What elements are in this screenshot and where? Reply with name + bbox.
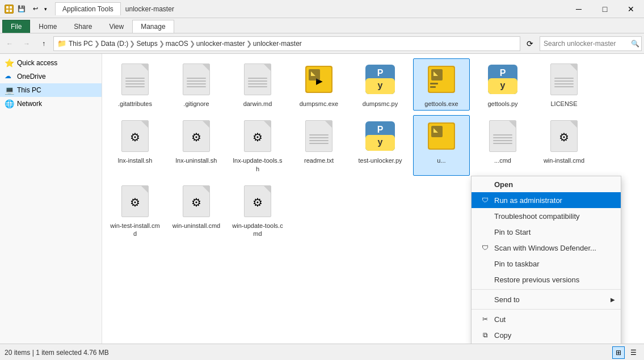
refresh-button[interactable]: ⟳ xyxy=(523,36,537,51)
sidebar-item-quick-access[interactable]: ⭐ Quick access xyxy=(0,56,102,70)
sidebar: ⭐ Quick access ☁ OneDrive 💻 This PC 🌐 Ne… xyxy=(0,54,102,344)
file-gitignore[interactable]: .gitignore xyxy=(168,58,225,111)
save-qat-icon[interactable]: 💾 xyxy=(16,3,27,15)
file-test-unlocker-py[interactable]: P y test-unlocker.py xyxy=(352,115,409,176)
search-input[interactable] xyxy=(544,40,629,48)
ctx-cut[interactable]: ✂ Cut xyxy=(472,311,621,327)
file-name: readme.txt xyxy=(304,156,334,164)
file-name: test-unlocker.py xyxy=(358,156,402,164)
file-name: win-test-install.cmd xyxy=(110,222,161,238)
ctx-sep-1 xyxy=(472,289,621,290)
svg-rect-18 xyxy=(430,86,436,88)
file-partial-cmd[interactable]: ...cmd xyxy=(474,115,531,176)
undo-qat-icon[interactable]: ↩ xyxy=(30,3,41,15)
ctx-restore-versions[interactable]: Restore previous versions xyxy=(472,272,621,287)
status-info: 20 items | 1 item selected 4.76 MB xyxy=(5,349,109,357)
file-dumpsmc-py[interactable]: P y dumpsmc.py xyxy=(352,58,409,111)
window-title: unlocker-master xyxy=(125,5,174,13)
ctx-run-admin[interactable]: 🛡 Run as administrator xyxy=(472,192,621,208)
file-license[interactable]: LICENSE xyxy=(536,58,592,111)
settings-icon: ⚙ xyxy=(183,185,210,217)
pc-icon: 💻 xyxy=(5,86,14,95)
doc-icon xyxy=(489,120,516,152)
app-icon xyxy=(5,5,14,14)
path-data-d[interactable]: Data (D:) xyxy=(101,40,129,48)
status-bar: 20 items | 1 item selected 4.76 MB ⊞ ☰ xyxy=(0,344,644,360)
ctx-copy[interactable]: ⧉ Copy xyxy=(472,327,621,343)
up-button[interactable]: ↑ xyxy=(36,36,51,51)
svg-rect-1 xyxy=(10,6,12,9)
file-lnx-uninstall[interactable]: ⚙ lnx-uninstall.sh xyxy=(168,115,225,176)
file-lnx-install[interactable]: ⚙ lnx-install.sh xyxy=(107,115,163,176)
ctx-pin-taskbar[interactable]: Pin to taskbar xyxy=(472,256,621,272)
file-name: ...cmd xyxy=(494,156,511,164)
file-readme[interactable]: readme.txt xyxy=(291,115,347,176)
sidebar-item-this-pc[interactable]: 💻 This PC xyxy=(0,83,102,97)
tab-file[interactable]: File xyxy=(2,20,30,33)
search-box[interactable]: 🔍 xyxy=(540,36,642,51)
context-menu: Open 🛡 Run as administrator Troubleshoot… xyxy=(471,176,621,344)
grid-view-button[interactable]: ⊞ xyxy=(612,346,625,359)
exe-icon xyxy=(426,63,457,95)
file-dumpsmc-exe[interactable]: ▶ dumpsmc.exe xyxy=(291,58,347,111)
sidebar-item-network[interactable]: 🌐 Network xyxy=(0,97,102,111)
sidebar-label-onedrive: OneDrive xyxy=(17,73,46,81)
path-unlocker-1[interactable]: unlocker-master xyxy=(196,40,245,48)
address-path[interactable]: 📁 This PC ❯ Data (D:) ❯ Setups ❯ macOS ❯… xyxy=(53,36,520,51)
file-name: darwin.md xyxy=(243,100,272,108)
ctx-send-to[interactable]: Send to ▶ xyxy=(472,291,621,307)
file-win-install[interactable]: ⚙ win-install.cmd xyxy=(536,115,592,176)
file-gitattributes[interactable]: .gitattributes xyxy=(107,58,163,111)
ribbon-tabs: File Home Share View Manage xyxy=(0,18,644,33)
ctx-open[interactable]: Open xyxy=(472,176,621,192)
title-bar: 💾 ↩ ▾ Application Tools unlocker-master … xyxy=(0,0,644,18)
app-tools-tab: Application Tools xyxy=(55,2,121,15)
settings-icon: ⚙ xyxy=(550,120,578,152)
file-darwin-md[interactable]: darwin.md xyxy=(229,58,286,111)
file-win-uninstall[interactable]: ⚙ win-uninstall.cmd xyxy=(168,180,225,241)
file-name: gettools.py xyxy=(487,100,517,108)
doc-icon xyxy=(244,63,271,95)
svg-text:y: y xyxy=(500,81,506,90)
back-button[interactable]: ← xyxy=(2,36,17,51)
tab-share[interactable]: Share xyxy=(65,20,100,33)
file-win-update-tools[interactable]: ⚙ win-update-tools.cmd xyxy=(229,180,286,241)
list-view-button[interactable]: ☰ xyxy=(627,346,639,359)
path-unlocker-2[interactable]: unlocker-master xyxy=(253,40,302,48)
main-layout: ⭐ Quick access ☁ OneDrive 💻 This PC 🌐 Ne… xyxy=(0,54,644,344)
file-gettools-py[interactable]: P y gettools.py xyxy=(474,58,531,111)
ctx-scan-defender[interactable]: 🛡 Scan with Windows Defender... xyxy=(472,240,621,256)
ctx-sep-2 xyxy=(472,309,621,310)
forward-button[interactable]: → xyxy=(19,36,34,51)
path-setups[interactable]: Setups xyxy=(136,40,157,48)
tab-manage[interactable]: Manage xyxy=(132,20,174,33)
settings-icon: ⚙ xyxy=(183,120,210,152)
minimize-button[interactable]: ─ xyxy=(566,0,592,18)
path-this-pc[interactable]: This PC xyxy=(69,40,93,48)
file-win-test-install[interactable]: ⚙ win-test-install.cmd xyxy=(107,180,163,241)
svg-text:y: y xyxy=(378,81,383,90)
file-gettools-exe[interactable]: gettools.exe xyxy=(413,58,470,111)
qat-dropdown[interactable]: ▾ xyxy=(43,6,48,12)
doc-icon xyxy=(305,120,332,152)
troubleshoot-icon xyxy=(481,211,490,221)
file-u-selected[interactable]: u... xyxy=(413,115,470,176)
file-lnx-update-tools[interactable]: ⚙ lnx-update-tools.sh xyxy=(229,115,286,176)
path-macos[interactable]: macOS xyxy=(166,40,188,48)
ribbon: File Home Share View Manage xyxy=(0,18,644,33)
close-button[interactable]: ✕ xyxy=(618,0,644,18)
file-name: dumpsmc.py xyxy=(363,100,398,108)
ctx-pin-start[interactable]: Pin to Start xyxy=(472,224,621,240)
ctx-troubleshoot[interactable]: Troubleshoot compatibility xyxy=(472,208,621,224)
file-area: .gitattributes .gitignore darwin.m xyxy=(102,54,644,344)
doc-icon xyxy=(183,63,210,95)
view-toggle: ⊞ ☰ xyxy=(612,346,639,359)
exe-icon xyxy=(426,120,457,152)
tab-view[interactable]: View xyxy=(100,20,132,33)
tab-home[interactable]: Home xyxy=(30,20,65,33)
taskbar-icon xyxy=(481,259,490,268)
sidebar-item-onedrive[interactable]: ☁ OneDrive xyxy=(0,70,102,83)
py-icon: P y xyxy=(364,120,396,152)
network-icon: 🌐 xyxy=(5,99,14,108)
maximize-button[interactable]: □ xyxy=(592,0,618,18)
